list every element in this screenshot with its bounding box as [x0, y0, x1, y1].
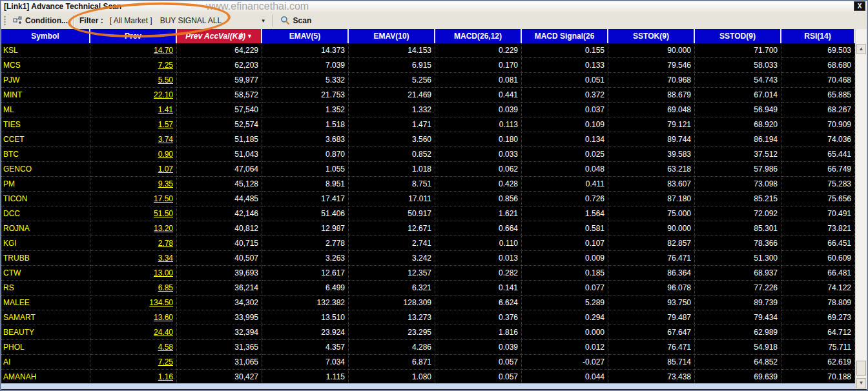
table-row[interactable]: SAMART13.6033,99513.51013.2730.3760.2947… — [1, 310, 855, 325]
cell-acc: 32,394 — [177, 325, 262, 340]
cell-sstod: 69.639 — [695, 370, 781, 385]
cell-macd_signal: 0.037 — [522, 103, 608, 117]
cell-rsi: 70.909 — [781, 117, 855, 132]
cell-emav10: 6.321 — [349, 281, 435, 296]
table-row[interactable]: CCET3.7451,1853.6833.5600.1800.13489.744… — [1, 132, 855, 147]
horizontal-scrollbar[interactable] — [1, 383, 855, 389]
cell-prev[interactable]: 134.50 — [90, 296, 177, 310]
table-row[interactable]: MCS7.2562,2037.0396.9150.1700.13379.5465… — [1, 58, 855, 73]
column-header-macd[interactable]: MACD(26,12) — [435, 29, 522, 43]
cell-prev[interactable]: 13.00 — [90, 266, 177, 281]
cell-emav10: 8.751 — [349, 177, 435, 192]
table-row[interactable]: PJW5.5059,9775.3325.2560.0810.05170.9685… — [1, 73, 855, 88]
cell-prev[interactable]: 1.16 — [90, 370, 177, 385]
cell-prev[interactable]: 3.74 — [90, 132, 177, 147]
scroll-down-icon[interactable]: ▼ — [856, 378, 866, 388]
table-row[interactable]: KGI2.7840,7152.7782.7410.1100.10782.8577… — [1, 236, 855, 251]
cell-prev[interactable]: 24.40 — [90, 325, 177, 340]
chevron-down-icon[interactable]: ▼ — [240, 17, 270, 24]
cell-emav10: 50.917 — [349, 206, 435, 221]
cell-prev[interactable]: 13.60 — [90, 310, 177, 325]
cell-prev[interactable]: 7.25 — [90, 58, 177, 73]
cell-symbol: RS — [1, 281, 90, 296]
cell-prev[interactable]: 5.50 — [90, 73, 177, 88]
cell-sstok: 85.714 — [608, 355, 695, 370]
cell-emav10: 1.471 — [349, 117, 435, 132]
column-header-emav10[interactable]: EMAV(10) — [349, 29, 435, 43]
table-row[interactable]: BTC0.9051,0430.8700.8520.0330.02539.5833… — [1, 147, 855, 162]
vertical-scrollbar[interactable]: ▲ ▼ — [855, 29, 867, 389]
cell-prev[interactable]: 14.70 — [90, 43, 177, 58]
table-row[interactable]: ML1.4157,5401.3521.3320.0390.03769.04856… — [1, 103, 855, 117]
cell-prev[interactable]: 0.90 — [90, 147, 177, 162]
cell-rsi: 65.885 — [781, 88, 855, 103]
table-row[interactable]: TICON17.5044,48517.41717.0110.8560.72687… — [1, 192, 855, 206]
cell-sstod: 64.852 — [695, 355, 781, 370]
table-row[interactable]: DCC51.5042,14651.40650.9171.6211.56475.0… — [1, 206, 855, 221]
table-row[interactable]: ROJNA13.2040,81212.98712.6710.6640.58190… — [1, 221, 855, 236]
table-row[interactable]: TIES1.5752,5741.5181.4710.1130.10979.121… — [1, 117, 855, 132]
scrollbar-thumb[interactable] — [856, 361, 866, 376]
table-row[interactable]: AI7.2531,0657.0346.8710.057-0.02785.7146… — [1, 355, 855, 370]
table-row[interactable]: PHOL4.5831,3654.3574.2860.0390.01276.471… — [1, 340, 855, 355]
cell-prev[interactable]: 1.07 — [90, 162, 177, 177]
cell-sstok: 93.750 — [608, 296, 695, 310]
column-header-sstod[interactable]: SSTOD(9) — [695, 29, 781, 43]
cell-prev[interactable]: 3.34 — [90, 251, 177, 266]
table-row[interactable]: MINT22.1058,57221.75321.4690.4410.37288.… — [1, 88, 855, 103]
cell-rsi: 78.809 — [781, 296, 855, 310]
cell-prev[interactable]: 4.58 — [90, 340, 177, 355]
cell-prev[interactable]: 1.41 — [90, 103, 177, 117]
cell-symbol: CTW — [1, 266, 90, 281]
scan-button[interactable]: Scan — [275, 14, 317, 27]
cell-sstod: 57.986 — [695, 162, 781, 177]
signal-dropdown[interactable]: BUY SIGNAL ALL ▼ — [156, 16, 270, 25]
cell-prev[interactable]: 7.25 — [90, 355, 177, 370]
toolbar-grip-handle[interactable] — [4, 15, 6, 26]
column-header-sstok[interactable]: SSTOK(9) — [608, 29, 695, 43]
cell-prev[interactable]: 6.85 — [90, 281, 177, 296]
search-icon — [280, 15, 290, 25]
cell-emav10: 2.741 — [349, 236, 435, 251]
cell-sstok: 79.121 — [608, 117, 695, 132]
cell-prev[interactable]: 2.78 — [90, 236, 177, 251]
column-header-symbol[interactable]: Symbol — [1, 29, 90, 43]
cell-rsi: 75.656 — [781, 192, 855, 206]
table-row[interactable]: BEAUTY24.4032,39423.92423.2951.8160.0006… — [1, 325, 855, 340]
table-row[interactable]: TRUBB3.3440,5073.2633.2420.0130.00976.47… — [1, 251, 855, 266]
cell-macd: 0.441 — [435, 88, 522, 103]
cell-prev[interactable]: 1.57 — [90, 117, 177, 132]
cell-prev[interactable]: 17.50 — [90, 192, 177, 206]
cell-macd_signal: 0.134 — [522, 132, 608, 147]
table-row[interactable]: AMANAH1.1630,4271.1151.0800.0570.04473.4… — [1, 370, 855, 385]
cell-sstod: 62.989 — [695, 325, 781, 340]
cell-sstod: 72.092 — [695, 206, 781, 221]
column-header-rsi[interactable]: RSI(14) — [781, 29, 855, 43]
column-header-macd_signal[interactable]: MACD Signal(26 — [522, 29, 608, 43]
column-header-prev[interactable]: Prev — [90, 29, 177, 43]
table-row[interactable]: GENCO1.0747,0641.0551.0180.0620.04863.21… — [1, 162, 855, 177]
cell-sstok: 87.180 — [608, 192, 695, 206]
cell-rsi: 64.712 — [781, 325, 855, 340]
cell-prev[interactable]: 9.35 — [90, 177, 177, 192]
table-row[interactable]: MALEE134.5034,302132.382128.3096.6245.28… — [1, 296, 855, 310]
cell-macd_signal: 0.155 — [522, 43, 608, 58]
table-row[interactable]: CTW13.0039,69312.61712.3570.2820.18586.3… — [1, 266, 855, 281]
cell-acc: 64,229 — [177, 43, 262, 58]
cell-symbol: GENCO — [1, 162, 90, 177]
scroll-up-icon[interactable]: ▲ — [856, 44, 866, 54]
column-header-acc[interactable]: Prev AccVal(K฿)▼ — [177, 29, 262, 43]
column-header-emav5[interactable]: EMAV(5) — [262, 29, 349, 43]
condition-button[interactable]: Condition... — [9, 14, 72, 27]
close-button[interactable]: X — [854, 1, 865, 11]
table-row[interactable]: RS6.8536,2146.4996.3210.1410.07796.07877… — [1, 281, 855, 296]
table-row[interactable]: PM9.3545,1288.9518.7510.4280.41183.60773… — [1, 177, 855, 192]
cell-sstok: 76.471 — [608, 340, 695, 355]
cell-prev[interactable]: 13.20 — [90, 221, 177, 236]
cell-sstod: 54.918 — [695, 340, 781, 355]
cell-prev[interactable]: 51.50 — [90, 206, 177, 221]
cell-prev[interactable]: 22.10 — [90, 88, 177, 103]
cell-acc: 51,185 — [177, 132, 262, 147]
cell-macd: 0.013 — [435, 251, 522, 266]
table-row[interactable]: KSL14.7064,22914.37314.1530.2290.15590.0… — [1, 43, 855, 58]
